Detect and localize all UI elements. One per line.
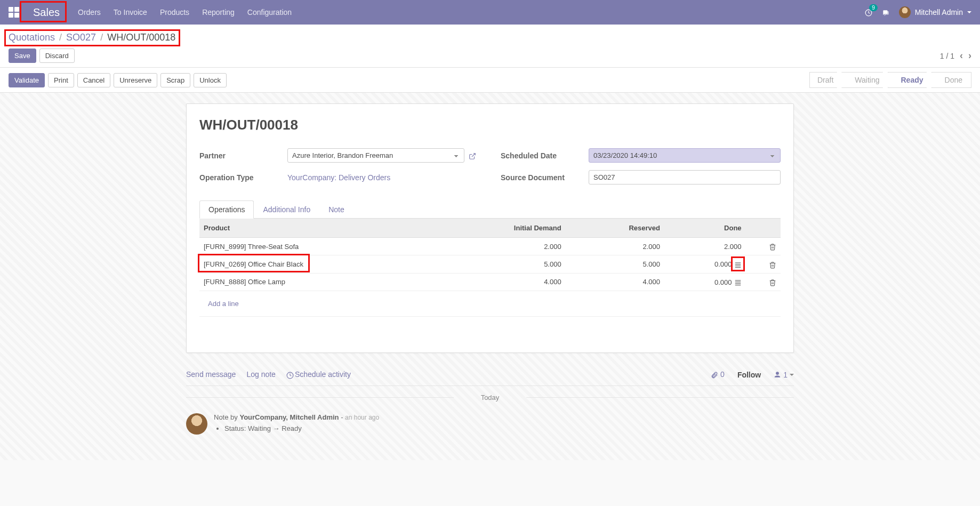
- breadcrumb-quotations[interactable]: Quotations: [9, 32, 55, 43]
- attachments-count[interactable]: 0: [711, 370, 725, 379]
- th-reserved: Reserved: [566, 219, 664, 238]
- user-avatar: [899, 6, 911, 18]
- navbar: Sales Orders To Invoice Products Reporti…: [0, 0, 980, 25]
- partner-select[interactable]: Azure Interior, Brandon Freeman: [287, 148, 464, 163]
- trash-icon[interactable]: [769, 260, 776, 268]
- chevron-down-icon: [967, 11, 971, 13]
- cell-initial-demand[interactable]: 2.000: [467, 238, 565, 255]
- status-bar-row: Validate Print Cancel Unreserve Scrap Un…: [0, 68, 980, 93]
- breadcrumb: Quotations / SO027 / WH/OUT/00018: [9, 30, 971, 49]
- table-row[interactable]: [FURN_0269] Office Chair Black 5.000 5.0…: [199, 255, 781, 273]
- th-done: Done: [664, 219, 746, 238]
- cancel-button[interactable]: Cancel: [77, 73, 110, 87]
- add-line-link[interactable]: Add a line: [204, 295, 776, 312]
- menu-products[interactable]: Products: [154, 1, 196, 24]
- detail-icon[interactable]: [734, 260, 742, 268]
- svg-rect-5: [735, 267, 741, 268]
- menu-to-invoice[interactable]: To Invoice: [107, 1, 154, 24]
- svg-line-1: [472, 154, 475, 157]
- label-source-doc: Source Document: [501, 173, 589, 182]
- print-button[interactable]: Print: [48, 73, 74, 87]
- cell-reserved[interactable]: 4.000: [566, 273, 664, 291]
- cell-done[interactable]: 0.000: [664, 255, 746, 273]
- cell-initial-demand[interactable]: 5.000: [467, 255, 565, 273]
- pager-next[interactable]: ›: [968, 50, 971, 61]
- status-draft[interactable]: Draft: [809, 72, 842, 88]
- apps-icon[interactable]: [9, 7, 19, 18]
- tab-note[interactable]: Note: [319, 200, 354, 219]
- cell-product[interactable]: [FURN_0269] Office Chair Black: [199, 255, 467, 273]
- svg-rect-8: [735, 283, 741, 284]
- breadcrumb-current: WH/OUT/00018: [107, 32, 175, 43]
- pager-text: 1 / 1: [940, 52, 954, 60]
- menu-configuration[interactable]: Configuration: [241, 1, 298, 24]
- log-note-button[interactable]: Log note: [246, 370, 276, 379]
- menu-reporting[interactable]: Reporting: [196, 1, 241, 24]
- status-waiting[interactable]: Waiting: [841, 72, 888, 88]
- cell-reserved[interactable]: 2.000: [566, 238, 664, 255]
- scrap-button[interactable]: Scrap: [160, 73, 190, 87]
- status-ready[interactable]: Ready: [888, 72, 932, 88]
- follow-button[interactable]: Follow: [737, 371, 761, 379]
- scheduled-date-input[interactable]: 03/23/2020 14:49:10: [589, 148, 781, 163]
- followers-count[interactable]: 1: [774, 371, 794, 379]
- conversations-icon[interactable]: [882, 7, 889, 17]
- svg-rect-6: [735, 280, 741, 280]
- app-brand[interactable]: Sales: [27, 4, 66, 21]
- log-time: an hour ago: [345, 414, 379, 421]
- save-button[interactable]: Save: [9, 49, 36, 63]
- svg-rect-9: [735, 285, 741, 285]
- log-status-change: Status: Waiting → Ready: [224, 424, 794, 432]
- tabs: Operations Additional Info Note: [199, 200, 781, 219]
- validate-button[interactable]: Validate: [9, 73, 45, 87]
- svg-rect-2: [735, 262, 741, 263]
- th-initial-demand: Initial Demand: [467, 219, 565, 238]
- cell-initial-demand[interactable]: 4.000: [467, 273, 565, 291]
- label-operation-type: Operation Type: [199, 173, 287, 182]
- table-row[interactable]: [FURN_8888] Office Lamp 4.000 4.000 0.00…: [199, 273, 781, 291]
- form-sheet: WH/OUT/00018 Partner Azure Interior, Bra…: [186, 103, 794, 353]
- cell-product[interactable]: [FURN_8888] Office Lamp: [199, 273, 467, 291]
- activity-badge: 9: [869, 4, 878, 11]
- status-done[interactable]: Done: [931, 72, 971, 88]
- breadcrumb-so027[interactable]: SO027: [66, 32, 96, 43]
- unlock-button[interactable]: Unlock: [194, 73, 227, 87]
- control-panel: Quotations / SO027 / WH/OUT/00018 Save D…: [0, 25, 980, 68]
- operation-type-link[interactable]: YourCompany: Delivery Orders: [287, 173, 390, 182]
- record-title: WH/OUT/00018: [199, 117, 781, 133]
- cell-done[interactable]: 2.000: [664, 238, 746, 255]
- svg-rect-4: [735, 266, 741, 266]
- detail-icon[interactable]: [734, 278, 742, 286]
- activity-icon[interactable]: 9: [865, 7, 872, 17]
- tab-operations[interactable]: Operations: [199, 200, 254, 219]
- chatter-date-separator: Today: [186, 386, 794, 409]
- schedule-activity-button[interactable]: Schedule activity: [286, 370, 351, 379]
- cell-product[interactable]: [FURN_8999] Three-Seat Sofa: [199, 238, 467, 255]
- source-doc-input[interactable]: [589, 170, 781, 184]
- external-link-icon[interactable]: [469, 151, 476, 160]
- log-entry: Note by YourCompany, Mitchell Admin - an…: [186, 409, 794, 439]
- trash-icon[interactable]: [769, 278, 776, 286]
- user-menu[interactable]: Mitchell Admin: [899, 6, 971, 18]
- menu-orders[interactable]: Orders: [71, 1, 107, 24]
- operations-table: Product Initial Demand Reserved Done [FU…: [199, 219, 781, 331]
- discard-button[interactable]: Discard: [39, 49, 75, 63]
- svg-rect-7: [735, 282, 741, 282]
- send-message-button[interactable]: Send message: [186, 370, 236, 379]
- label-scheduled-date: Scheduled Date: [501, 151, 589, 160]
- label-partner: Partner: [199, 151, 287, 160]
- tab-additional-info[interactable]: Additional Info: [254, 200, 319, 219]
- log-author: YourCompany, Mitchell Admin: [239, 413, 339, 421]
- pager: 1 / 1 ‹ ›: [940, 50, 971, 61]
- status-bar: Draft Waiting Ready Done: [810, 72, 971, 88]
- cell-reserved[interactable]: 5.000: [566, 255, 664, 273]
- trash-icon[interactable]: [769, 242, 776, 251]
- cell-done[interactable]: 0.000: [664, 273, 746, 291]
- chatter: Send message Log note Schedule activity …: [186, 364, 794, 438]
- navbar-menu: Orders To Invoice Products Reporting Con…: [71, 1, 298, 24]
- pager-prev[interactable]: ‹: [960, 50, 963, 61]
- unreserve-button[interactable]: Unreserve: [114, 73, 157, 87]
- table-row[interactable]: [FURN_8999] Three-Seat Sofa 2.000 2.000 …: [199, 238, 781, 255]
- chevron-down-icon: [790, 374, 794, 376]
- svg-rect-3: [735, 264, 741, 264]
